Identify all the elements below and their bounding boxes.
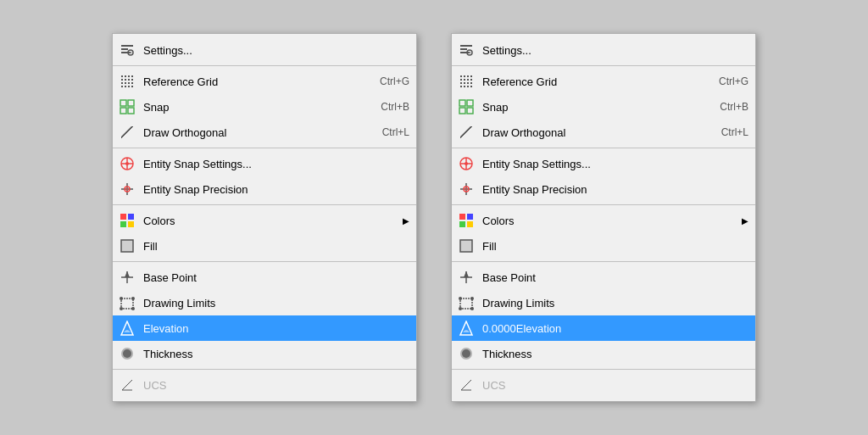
snap-precision-icon: [118, 180, 136, 198]
svg-rect-13: [128, 75, 130, 77]
menu-item-ucs[interactable]: UCS: [452, 372, 755, 398]
menu-item-drawing-limits[interactable]: Drawing Limits: [452, 290, 755, 315]
menu-separator: [113, 65, 416, 66]
svg-rect-65: [464, 86, 465, 87]
svg-rect-73: [470, 86, 472, 87]
menu-label-ucs: UCS: [143, 379, 409, 392]
svg-point-50: [123, 349, 131, 358]
svg-rect-0: [121, 45, 133, 47]
svg-rect-60: [460, 82, 462, 84]
menu-label-elevation: Elevation: [143, 322, 409, 335]
menu-label-settings: Settings...: [143, 44, 409, 57]
colors-icon: [118, 211, 136, 230]
elevation-icon: [457, 319, 476, 337]
snap-settings-icon: [118, 154, 136, 173]
menu-separator: [113, 204, 416, 205]
svg-point-99: [459, 307, 462, 310]
drawing-limits-icon: [457, 293, 476, 312]
menu-separator: [452, 261, 755, 262]
svg-rect-61: [460, 86, 462, 87]
svg-point-44: [120, 297, 123, 300]
snap-icon: [118, 98, 136, 116]
svg-rect-76: [467, 100, 473, 106]
menu-item-elevation[interactable]: 0.0000Elevation: [452, 315, 755, 341]
svg-point-47: [131, 307, 135, 310]
menu-item-entity-snap-precision[interactable]: Entity Snap Precision: [452, 176, 755, 202]
drawing-limits-icon: [118, 293, 136, 312]
grid-icon: [457, 72, 476, 91]
menu-item-entity-snap-settings[interactable]: Entity Snap Settings...: [452, 151, 755, 176]
menu-label-snap: Snap: [482, 101, 703, 114]
svg-rect-10: [125, 79, 126, 81]
menu-shortcut-reference-grid: Ctrl+G: [380, 75, 409, 87]
svg-rect-15: [128, 82, 130, 84]
svg-line-26: [121, 126, 133, 138]
base-point-icon: [118, 268, 136, 287]
menu-item-settings[interactable]: Settings...: [452, 37, 755, 63]
menu-item-thickness[interactable]: Thickness: [452, 341, 755, 366]
menu-item-reference-grid[interactable]: Reference GridCtrl+G: [452, 69, 755, 94]
submenu-arrow-colors: ▶: [403, 216, 409, 226]
svg-rect-36: [128, 214, 134, 220]
menu-item-thickness[interactable]: Thickness: [113, 341, 416, 366]
submenu-arrow-colors: ▶: [742, 216, 748, 226]
menu-item-reference-grid[interactable]: Reference GridCtrl+G: [113, 69, 416, 94]
menu-item-fill[interactable]: Fill: [452, 233, 755, 259]
svg-rect-17: [131, 75, 133, 77]
svg-rect-12: [125, 86, 126, 87]
menu-label-entity-snap-precision: Entity Snap Precision: [143, 183, 409, 196]
menu-label-reference-grid: Reference Grid: [482, 75, 702, 88]
menu-separator: [452, 65, 755, 66]
menu-item-drawing-limits[interactable]: Drawing Limits: [113, 290, 416, 315]
svg-point-45: [131, 297, 135, 300]
menu-label-entity-snap-settings: Entity Snap Settings...: [143, 158, 409, 170]
menu-separator: [452, 148, 755, 148]
menu-label-draw-orthogonal: Draw Orthogonal: [482, 126, 704, 139]
menu-label-snap: Snap: [143, 101, 364, 114]
menu-shortcut-reference-grid: Ctrl+G: [719, 75, 748, 87]
menu-item-colors[interactable]: Colors▶: [113, 208, 416, 233]
menu-label-entity-snap-settings: Entity Snap Settings...: [482, 158, 748, 170]
svg-rect-39: [121, 240, 133, 252]
menu-item-elevation[interactable]: Elevation: [113, 315, 416, 341]
svg-point-87: [465, 188, 467, 190]
svg-point-34: [126, 188, 128, 190]
svg-rect-22: [120, 108, 126, 114]
menu-label-ucs: UCS: [482, 379, 748, 392]
svg-rect-19: [131, 82, 133, 84]
svg-point-30: [125, 162, 129, 165]
menu-item-settings[interactable]: Settings...: [113, 37, 416, 63]
menu-label-entity-snap-precision: Entity Snap Precision: [482, 183, 748, 196]
svg-rect-6: [121, 79, 123, 81]
menu-shortcut-snap: Ctrl+B: [381, 101, 409, 113]
svg-line-51: [122, 380, 132, 390]
menu-item-entity-snap-precision[interactable]: Entity Snap Precision: [113, 176, 416, 202]
svg-rect-75: [459, 108, 465, 114]
menu-label-colors: Colors: [143, 215, 396, 227]
menu-item-draw-orthogonal[interactable]: Draw OrthogonalCtrl+L: [452, 120, 755, 145]
svg-rect-68: [467, 82, 469, 84]
menu-item-ucs[interactable]: UCS: [113, 372, 416, 398]
elevation-icon: [118, 319, 136, 337]
menu-item-base-point[interactable]: Base Point: [452, 265, 755, 290]
menu-item-draw-orthogonal[interactable]: Draw OrthogonalCtrl+L: [113, 120, 416, 145]
menu-right: Settings... Reference GridCtrl+G SnapCtr…: [451, 33, 756, 402]
svg-point-57: [469, 52, 470, 53]
menu-item-fill[interactable]: Fill: [113, 233, 416, 259]
svg-rect-66: [467, 75, 469, 77]
svg-rect-69: [467, 86, 469, 87]
menu-item-colors[interactable]: Colors▶: [452, 208, 755, 233]
svg-rect-23: [128, 100, 134, 106]
svg-point-4: [130, 52, 131, 53]
svg-rect-64: [464, 82, 465, 84]
menu-item-snap[interactable]: SnapCtrl+B: [452, 94, 755, 120]
menu-label-thickness: Thickness: [482, 348, 748, 360]
svg-rect-11: [125, 82, 126, 84]
menu-left: Settings... Reference GridCtrl+G SnapCtr…: [112, 33, 417, 402]
menu-label-base-point: Base Point: [482, 271, 748, 284]
menu-separator: [452, 204, 755, 205]
svg-rect-89: [467, 214, 473, 220]
menu-item-snap[interactable]: SnapCtrl+B: [113, 94, 416, 120]
menu-item-base-point[interactable]: Base Point: [113, 265, 416, 290]
menu-item-entity-snap-settings[interactable]: Entity Snap Settings...: [113, 151, 416, 176]
